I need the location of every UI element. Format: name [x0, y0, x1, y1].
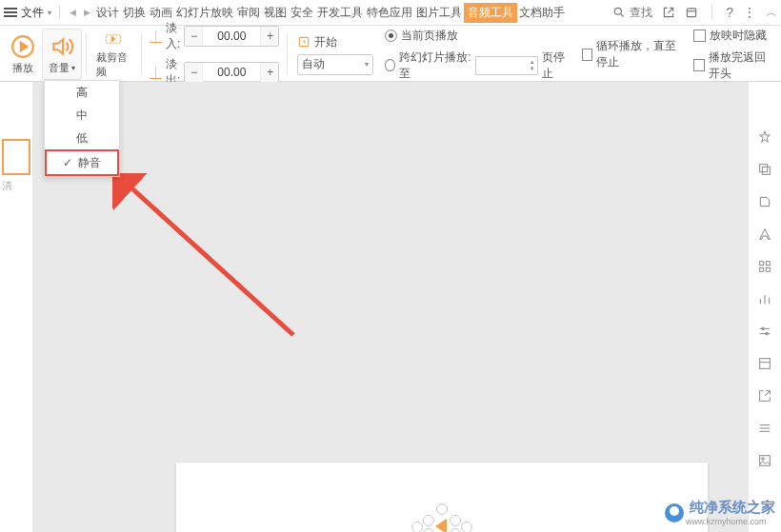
radio-current-page[interactable]: 当前页播放	[385, 28, 570, 44]
checkbox-icon	[693, 30, 706, 42]
svg-rect-31	[760, 456, 771, 466]
hamburger-icon[interactable]	[4, 6, 17, 19]
start-select-value: 自动	[302, 56, 325, 72]
check-hide-label: 放映时隐藏	[710, 28, 767, 44]
check-hide[interactable]: 放映时隐藏	[693, 28, 775, 44]
watermark: 纯净系统之家 www.kzmyhome.com	[665, 499, 775, 526]
nav-next-icon[interactable]: ▶	[82, 8, 92, 17]
tab-audio-tools[interactable]: 音频工具	[464, 3, 517, 23]
fade-out-value: 00.00	[202, 63, 261, 82]
fade-in-spinner[interactable]: − 00.00 +	[184, 26, 279, 47]
help-icon[interactable]: ?	[726, 5, 733, 20]
slide-canvas[interactable]: ◦ ◀◀ ▶▶ 00:00.00 🔇 i	[33, 82, 748, 532]
menu-bar: 文件 ▾ ◀ ▶ 设计 切换 动画 幻灯片放映 审阅 视图 安全 开发工具 特色…	[0, 0, 781, 26]
layers-icon[interactable]	[757, 162, 772, 177]
watermark-url: www.kzmyhome.com	[686, 517, 775, 526]
template-icon[interactable]	[757, 356, 772, 371]
search-label: 查找	[630, 5, 652, 21]
tab-review[interactable]: 审阅	[235, 5, 262, 21]
volume-label: 音量▾	[49, 61, 75, 75]
svg-rect-16	[766, 262, 770, 266]
play-button[interactable]: 播放	[4, 30, 42, 79]
slide-thumb-1[interactable]: 1	[2, 139, 30, 175]
crop-label: 裁剪音频	[96, 50, 131, 79]
spin-up-icon[interactable]: ▲	[530, 59, 535, 66]
more-icon[interactable]: ⋮	[743, 5, 756, 20]
star-icon[interactable]	[757, 129, 772, 145]
collapse-icon[interactable]: ︿	[766, 5, 777, 21]
tab-slideshow[interactable]: 幻灯片放映	[174, 5, 235, 21]
svg-rect-17	[760, 267, 764, 271]
volume-dropdown: 高 中 低 ✓ 静音	[44, 80, 120, 177]
chart-icon[interactable]	[757, 291, 772, 306]
calendar-icon[interactable]	[685, 6, 698, 19]
settings-icon[interactable]	[757, 324, 772, 339]
fade-in-minus[interactable]: −	[185, 27, 202, 46]
check-rewind-label: 播放完返回开头	[709, 49, 775, 82]
tab-doc-assistant[interactable]: 文档助手	[517, 5, 567, 21]
volume-mute-label: 静音	[78, 155, 101, 171]
play-scope-group: 当前页播放 跨幻灯片播放: 至 ▲▼ 页停止	[379, 28, 575, 82]
fade-out-plus[interactable]: +	[261, 63, 278, 82]
volume-high[interactable]: 高	[45, 81, 119, 104]
slide-notes-icon[interactable]: 清	[2, 179, 30, 190]
radio-across-label: 跨幻灯片播放: 至	[399, 49, 471, 82]
stop-page-input[interactable]: ▲▼	[475, 56, 538, 75]
fade-group: ⏊ 淡入: − 00.00 + ⏊ 淡出: − 00.00 +	[146, 20, 283, 89]
radio-across-slides[interactable]: 跨幻灯片播放: 至 ▲▼ 页停止	[385, 49, 570, 82]
volume-medium[interactable]: 中	[45, 104, 119, 127]
shape-icon[interactable]	[757, 194, 772, 209]
fade-out-spinner[interactable]: − 00.00 +	[184, 62, 279, 83]
svg-rect-14	[762, 167, 770, 174]
fade-in-label: 淡入:	[166, 20, 180, 52]
tab-transition[interactable]: 切换	[121, 5, 148, 21]
crop-audio-button[interactable]: 裁剪音频	[90, 30, 137, 79]
tab-devtools[interactable]: 开发工具	[315, 5, 365, 21]
watermark-text: 纯净系统之家	[690, 499, 775, 517]
svg-marker-6	[53, 39, 63, 53]
file-menu[interactable]: 文件	[21, 5, 44, 21]
fade-in-icon: ⏊	[150, 30, 162, 44]
check-icon: ✓	[63, 156, 72, 169]
svg-rect-15	[760, 262, 764, 266]
start-label: 开始	[314, 34, 337, 50]
fade-out-icon: ⏊	[150, 66, 162, 80]
grid-icon[interactable]	[757, 259, 772, 274]
file-caret-icon[interactable]: ▾	[48, 9, 51, 17]
search-icon	[612, 6, 626, 19]
tab-design[interactable]: 设计	[94, 5, 121, 21]
tab-special[interactable]: 特色应用	[365, 5, 414, 21]
nav-prev-icon[interactable]: ◀	[68, 8, 78, 17]
list-icon[interactable]	[757, 421, 772, 436]
radio-icon	[385, 59, 395, 71]
svg-rect-26	[760, 359, 771, 369]
image-icon[interactable]	[757, 453, 772, 468]
start-options: 开始 自动 ▾	[291, 34, 379, 75]
tab-animation[interactable]: 动画	[148, 5, 174, 21]
check-loop[interactable]: 循环播放，直至停止	[582, 38, 683, 70]
tab-view[interactable]: 视图	[262, 5, 289, 21]
tab-security[interactable]: 安全	[289, 5, 315, 21]
clock-icon	[297, 35, 310, 49]
audio-object[interactable]	[421, 505, 463, 532]
ribbon: 播放 音量▾ 裁剪音频 ⏊ 淡入: − 00.00 + ⏊ 淡出: − 00.0…	[0, 26, 781, 82]
radio-current-label: 当前页播放	[401, 28, 458, 44]
radio-icon	[385, 30, 397, 42]
svg-rect-18	[766, 267, 770, 271]
fade-out-minus[interactable]: −	[185, 63, 202, 82]
start-select[interactable]: 自动 ▾	[297, 54, 373, 75]
spin-down-icon[interactable]: ▼	[530, 66, 535, 72]
text-icon[interactable]	[757, 227, 772, 242]
play-label: 播放	[12, 61, 33, 75]
slide-thumbnails: 1 清	[0, 82, 33, 532]
volume-mute[interactable]: ✓ 静音	[45, 149, 119, 176]
check-rewind[interactable]: 播放完返回开头	[693, 49, 775, 82]
volume-button[interactable]: 音量▾	[42, 29, 82, 80]
tab-picture-tools[interactable]: 图片工具	[414, 5, 464, 21]
volume-low[interactable]: 低	[45, 127, 119, 149]
export-icon[interactable]	[757, 388, 772, 404]
volume-icon	[49, 34, 75, 59]
search-button[interactable]: 查找	[612, 5, 652, 21]
fade-in-plus[interactable]: +	[261, 27, 278, 46]
share-icon[interactable]	[662, 6, 675, 19]
